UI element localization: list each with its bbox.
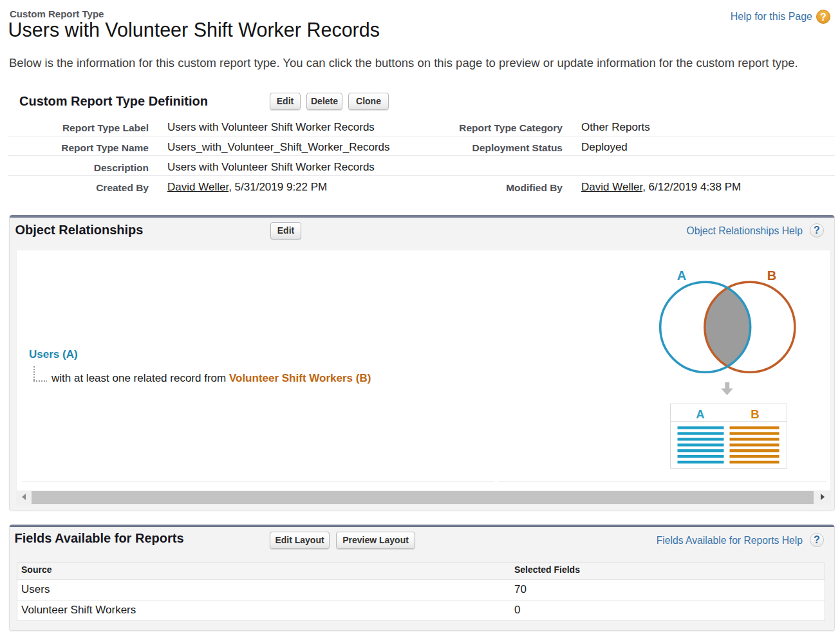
svg-text:A: A xyxy=(696,407,704,421)
svg-text:B: B xyxy=(767,268,776,283)
svg-text:A: A xyxy=(677,268,686,283)
svg-text:B: B xyxy=(751,407,759,421)
